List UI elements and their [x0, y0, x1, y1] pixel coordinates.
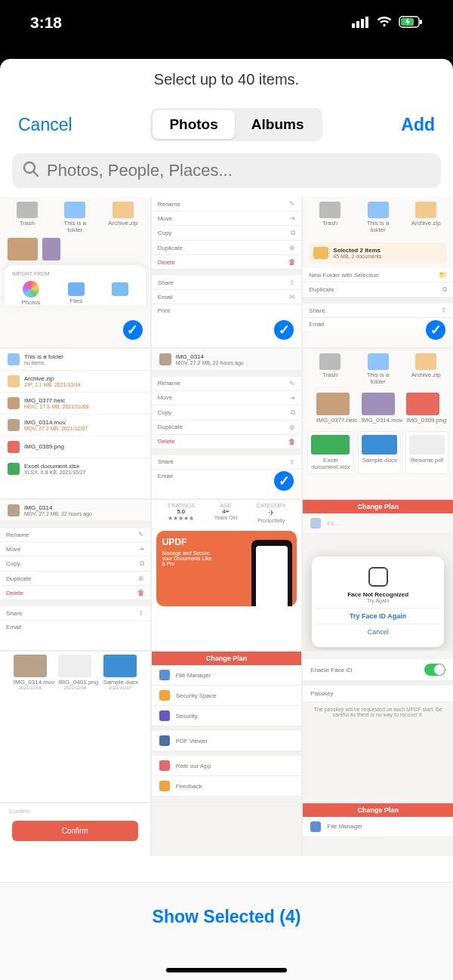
mini-label: 45 MB, 2 documents — [333, 254, 381, 259]
mini-label: Face Not Recognized — [316, 591, 439, 598]
search-field[interactable] — [12, 153, 441, 188]
battery-charging-icon — [399, 14, 423, 32]
mini-label: Selected 2 items — [333, 247, 381, 254]
photo-thumbnail[interactable]: Trash This is a folder Archive.zip IMPOR… — [0, 197, 150, 347]
mini-label: IMG_0389.png — [24, 443, 64, 450]
mini-label: Delete — [6, 590, 23, 596]
mini-label: IMG_0314 — [24, 504, 92, 511]
tab-photos[interactable]: Photos — [153, 110, 234, 139]
status-bar: 3:18 — [0, 0, 453, 45]
mini-label: Cancel — [316, 624, 439, 639]
mini-label: Archive.zip — [411, 220, 441, 227]
mini-label: Photos — [21, 299, 40, 306]
photo-thumbnail[interactable] — [152, 803, 302, 856]
svg-rect-0 — [352, 23, 355, 28]
mini-label: Duplicate — [6, 575, 31, 582]
library-segmented-control: Photos Albums — [150, 108, 322, 141]
mini-label: IMG_0314 — [176, 353, 244, 360]
mini-label: Share — [158, 279, 174, 286]
mini-label: Duplicate — [309, 286, 334, 293]
mini-label: Productivity — [257, 518, 286, 523]
mini-label: IMPORT FROM — [8, 270, 143, 278]
svg-rect-1 — [356, 21, 359, 28]
mini-label: Feedback — [176, 783, 202, 790]
mini-label: Share — [158, 458, 174, 465]
mini-label: 2021/12/08 — [58, 686, 91, 690]
mini-label: Archive.zip — [108, 220, 137, 227]
mini-label: Confirm — [12, 821, 138, 841]
photo-thumbnail[interactable]: Confirm Confirm — [0, 803, 150, 856]
photo-thumbnail[interactable]: IMG_0314MOV, 27.2 MB, 22 hours ago Renam… — [152, 349, 302, 499]
tab-albums[interactable]: Albums — [235, 110, 321, 139]
photo-thumbnail[interactable]: 3 RATINGS5.0★★★★★ AGE4+Years Old CATEGOR… — [152, 500, 302, 650]
photo-thumbnail[interactable]: Trash This is a folder Archive.zip IMG_0… — [303, 349, 453, 499]
photo-thumbnail[interactable]: Change Plan File Manager — [303, 803, 453, 856]
photo-grid: Trash This is a folder Archive.zip IMPOR… — [0, 197, 453, 856]
mini-label: File Manager — [176, 672, 211, 679]
photo-thumbnail[interactable]: IMG_0314MOV, 27.2 MB, 22 hours ago Renam… — [0, 500, 150, 650]
mini-label: Delete — [158, 259, 175, 266]
mini-label: 2021/11/27 — [103, 686, 137, 690]
cellular-icon — [352, 14, 370, 32]
mini-label: Rename — [6, 532, 29, 538]
mini-label: Copy — [6, 560, 20, 567]
mini-label: Passkey — [310, 690, 333, 697]
mini-label: PDF Viewer — [176, 738, 208, 744]
wifi-icon — [376, 14, 393, 32]
photo-thumbnail[interactable]: Change Plan Fil... Face Not Recognized T… — [303, 500, 453, 650]
mini-label: File Manager — [327, 823, 362, 830]
mini-label: Security — [176, 713, 198, 720]
photo-thumbnail[interactable]: Change Plan File Manager Security Space … — [152, 652, 302, 802]
photo-thumbnail[interactable]: Rename✎ Move⇥ Copy⧉ Duplicate⊕ Delete🗑 S… — [152, 197, 302, 347]
mini-label: This is a folder — [367, 220, 390, 233]
add-button[interactable]: Add — [401, 115, 435, 135]
mini-label: IMG_0377.heic — [316, 417, 357, 424]
photo-thumbnail[interactable]: IMG_0314.mov2021/12/08 IMG_0401.png2021/… — [0, 652, 150, 802]
mini-label: Trash — [20, 220, 35, 227]
svg-line-8 — [34, 172, 39, 177]
selected-check-icon: ✓ — [424, 319, 447, 341]
mini-label: Confirm — [0, 803, 150, 815]
mini-label: Security Space — [176, 692, 217, 699]
mini-label: CATEGORY — [257, 503, 286, 508]
mini-label: Copy — [158, 409, 172, 416]
search-input[interactable] — [47, 161, 430, 180]
mini-label: Excel document.xlsx — [311, 457, 350, 470]
mini-label: Delete — [158, 438, 175, 445]
search-icon — [23, 161, 39, 180]
mini-label: New Folder with Selection — [309, 272, 378, 279]
mini-label: 2021/12/08 — [14, 686, 47, 690]
bottom-bar: Show Selected (4) — [0, 882, 453, 980]
mini-label: Email — [158, 473, 173, 479]
mini-label: Share — [6, 610, 22, 617]
photo-thumbnail[interactable]: Trash This is a folder Archive.zip Selec… — [303, 197, 453, 347]
svg-rect-2 — [361, 19, 364, 28]
selected-check-icon: ✓ — [122, 319, 144, 341]
mini-label: Email — [158, 294, 173, 300]
mini-label: Rate our App — [176, 763, 211, 769]
photo-picker-sheet: Select up to 40 items. Cancel Photos Alb… — [0, 59, 453, 980]
mini-label: no items — [24, 360, 63, 365]
show-selected-button[interactable]: Show Selected (4) — [153, 907, 301, 927]
mini-label: IMG_0314.mov — [24, 419, 88, 426]
photo-thumbnail[interactable]: This is a folderno items Archive.zipZIP,… — [0, 349, 150, 499]
photo-thumbnail[interactable]: Enable Face ID Passkey The passkey will … — [303, 652, 453, 802]
mini-label: Manage and Secure your Documents Like a … — [162, 550, 215, 566]
mini-label: Try Face ID Again — [316, 608, 439, 624]
mini-label: MOV, 27.2 MB, 2021/12/07 — [24, 426, 88, 431]
sheet-title: Select up to 40 items. — [15, 71, 438, 88]
mini-label: Rename — [158, 380, 180, 387]
mini-label: This is a folder — [367, 371, 390, 385]
mini-label: Duplicate — [158, 424, 183, 430]
mini-label: IMG_0314.mov — [362, 417, 403, 424]
mini-label: Move — [6, 546, 21, 553]
cancel-button[interactable]: Cancel — [18, 115, 72, 135]
mini-label: AGE — [214, 503, 237, 508]
mini-label: Rename — [158, 201, 180, 208]
mini-label: Duplicate — [158, 245, 183, 251]
mini-label: Change Plan — [303, 500, 453, 513]
mini-label: Excel document.xlsx — [24, 463, 86, 470]
mini-label: IMG_0377.heic — [24, 397, 89, 404]
selected-check-icon: ✓ — [273, 319, 295, 341]
mini-label: Resume.pdf — [411, 457, 443, 464]
